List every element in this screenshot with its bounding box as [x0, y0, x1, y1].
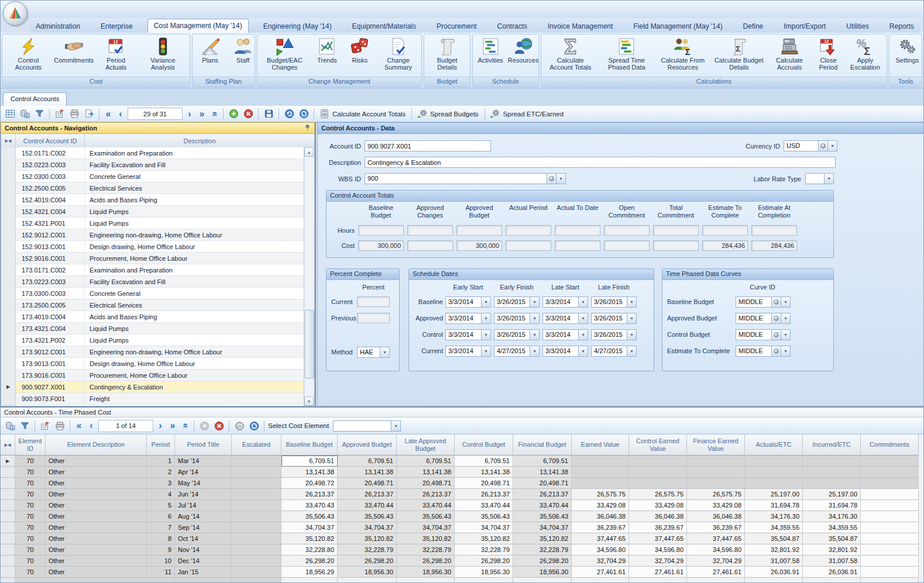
cell-control-earned-value[interactable]: 36,046.38 — [629, 511, 687, 522]
wbs-lookup-icon[interactable] — [547, 173, 557, 184]
cell-approved-budget[interactable]: 18,956.30 — [338, 567, 397, 578]
cell-approved-budget[interactable]: 33,470.44 — [338, 500, 397, 511]
cell-financial-budget[interactable]: 35,120.82 — [513, 533, 572, 544]
date-value[interactable]: 3/3/2014 — [542, 346, 579, 357]
cell-baseline-budget[interactable]: 32,228.80 — [281, 544, 338, 556]
curve-lookup-icon[interactable] — [772, 296, 781, 308]
date-value[interactable]: 3/3/2014 — [445, 313, 482, 324]
ribbon-item-activities[interactable]: Activities — [476, 36, 505, 64]
date-dropdown-icon[interactable]: ▾ — [530, 329, 540, 340]
date-value[interactable]: 3/3/2014 — [445, 296, 482, 308]
totals-hours-actual-period[interactable] — [506, 225, 551, 236]
ribbon-item-plans[interactable]: Plans — [195, 36, 225, 64]
cell-approved-budget[interactable]: 32,228.79 — [338, 544, 397, 556]
schedule-approved-late-finish[interactable]: 3/26/2015▾ — [591, 313, 637, 324]
cell-actuals-etc[interactable]: 34,176.30 — [745, 511, 803, 522]
cell-period[interactable]: 8 — [147, 533, 175, 544]
cell-incurred-etc[interactable]: 32,801.92 — [803, 544, 861, 556]
cell-incurred-etc[interactable]: 25,197.00 — [803, 489, 861, 500]
cell-control-earned-value[interactable] — [629, 456, 687, 467]
timephased-row-11[interactable]: 70Other11Jan '1518,956.2918,956.3018,956… — [1, 567, 924, 578]
curve-value[interactable]: MIDDLE — [736, 346, 772, 357]
ribbon-item-change-summary[interactable]: Change Summary — [378, 36, 418, 72]
totals-cost-approved-budget[interactable]: 300,000 — [456, 240, 502, 251]
cell-actuals-etc[interactable]: 31,694.78 — [745, 500, 803, 511]
cell-period-title[interactable]: Jul '14 — [175, 500, 232, 511]
cell-commitments[interactable] — [861, 533, 919, 544]
add-record-button[interactable] — [227, 108, 240, 120]
cell-approved-budget[interactable]: 20,498.71 — [338, 478, 397, 489]
menu-tab-invoice-management[interactable]: Invoice Management — [542, 20, 619, 33]
curve-dropdown-icon[interactable]: ▾ — [781, 346, 791, 357]
curve-value[interactable]: MIDDLE — [736, 329, 772, 340]
nav-row-173.9012.C001[interactable]: 173.9012.C001Engineering non-drawing, Ho… — [1, 346, 314, 358]
column-header-earned-value[interactable]: Earned Value — [572, 434, 629, 456]
cell-element-description[interactable]: Other — [46, 489, 147, 500]
cell-earned-value[interactable]: 26,575.75 — [572, 489, 629, 500]
column-header-financial-budget[interactable]: Financial Budget — [513, 434, 572, 456]
menu-tab-equipment-materials[interactable]: Equipment/Materials — [346, 20, 422, 33]
cell-control-earned-value[interactable]: 27,461.61 — [629, 567, 687, 578]
curve-estimate-to-complete-combo[interactable]: MIDDLE▾ — [736, 346, 791, 357]
date-dropdown-icon[interactable]: ▾ — [627, 313, 637, 324]
grid-view-icon[interactable] — [4, 108, 16, 120]
cell-financial-budget[interactable]: 35,506.43 — [513, 511, 572, 522]
ribbon-item-budget-details[interactable]: Budget Details — [427, 36, 467, 72]
totals-hours-estimate-at-completion[interactable] — [751, 225, 797, 236]
cell-baseline-budget[interactable]: 20,498.72 — [281, 478, 338, 489]
export-icon[interactable] — [83, 108, 95, 120]
labor-rate-type-value[interactable] — [805, 173, 825, 184]
ribbon-item-commitments[interactable]: Commitments — [55, 36, 93, 64]
date-value[interactable]: 3/26/2015 — [494, 313, 530, 324]
cell-financial-budget[interactable]: 34,704.37 — [513, 522, 572, 533]
nav-row-152.9012.C001[interactable]: 152.9012.C001Engineering non-drawing, Ho… — [1, 229, 314, 241]
nav-row-152.2500.C005[interactable]: 152.2500.C005Electrical Services — [1, 182, 314, 194]
date-value[interactable]: 3/3/2014 — [445, 329, 482, 340]
date-value[interactable]: 3/26/2015 — [494, 296, 530, 308]
date-dropdown-icon[interactable]: ▾ — [530, 346, 540, 357]
menu-tab-import-export[interactable]: Import/Export — [778, 20, 832, 33]
ribbon-item-calculate-from-resources[interactable]: ΣCalculate From Resources — [657, 36, 709, 72]
nav-row-152.4321.C004[interactable]: 152.4321.C004Liquid Pumps — [1, 206, 314, 218]
menu-tab-reports[interactable]: Reports — [884, 20, 920, 33]
cell-commitments[interactable] — [861, 478, 919, 489]
nav-row-152.0300.C003[interactable]: 152.0300.C003Concrete General — [1, 171, 314, 182]
column-header-baseline-budget[interactable]: Baseline Budget — [281, 434, 338, 456]
last-record-button[interactable]: » — [197, 108, 207, 120]
ribbon-item-control-accounts[interactable]: Control Accounts — [5, 36, 51, 72]
menu-tab-field-management-may-14[interactable]: Field Management (May '14) — [627, 20, 728, 33]
cell-late-approved-budget[interactable]: 20,498.71 — [397, 478, 455, 489]
cell-financial-budget[interactable]: 20,498.71 — [513, 478, 572, 489]
cell-actuals-etc[interactable] — [745, 478, 803, 489]
cell-escalated[interactable] — [232, 522, 281, 533]
cell-late-approved-budget[interactable]: 33,470.44 — [397, 500, 455, 511]
column-header-description[interactable]: Description — [85, 134, 314, 147]
wbs-id-value[interactable]: 900 — [365, 173, 547, 184]
menu-tab-engineering-may-14[interactable]: Engineering (May '14) — [257, 20, 338, 33]
date-value[interactable]: 3/3/2014 — [542, 329, 579, 340]
date-dropdown-icon[interactable]: ▾ — [530, 296, 540, 308]
cell-element-id[interactable]: 70 — [15, 478, 46, 489]
cell-late-approved-budget[interactable]: 35,120.82 — [397, 533, 455, 544]
curve-approved-budget-combo[interactable]: MIDDLE▾ — [736, 313, 791, 324]
cell-element-description[interactable]: Other — [46, 556, 147, 567]
cell-element-description[interactable]: Other — [46, 533, 147, 544]
cell-control-budget[interactable]: 18,956.30 — [455, 567, 513, 578]
print-icon[interactable] — [53, 419, 66, 432]
cell-control-budget[interactable]: 32,228.79 — [455, 544, 513, 556]
column-header-late-approved-budget[interactable]: Late Approved Budget — [397, 434, 455, 456]
cell-actuals-etc[interactable] — [745, 467, 803, 478]
totals-cost-actual-period[interactable] — [506, 240, 551, 251]
nav-row-152.9016.C001[interactable]: 152.9016.C001Procurement, Home Office La… — [1, 253, 314, 264]
cell-control-earned-value[interactable]: 26,575.75 — [629, 489, 687, 500]
cell-element-description[interactable]: Other — [46, 456, 147, 467]
cell-element-description[interactable]: Other — [46, 511, 147, 522]
curve-dropdown-icon[interactable]: ▾ — [781, 296, 791, 308]
add-record-button[interactable] — [198, 419, 211, 432]
ribbon-item-settings[interactable]: Settings — [892, 36, 922, 64]
date-dropdown-icon[interactable]: ▾ — [579, 329, 588, 340]
nav-row-173.9016.C001[interactable]: 173.9016.C001Procurement, Home Office La… — [1, 370, 314, 381]
ribbon-item-apply-escalation[interactable]: %ΣApply Escalation — [847, 36, 884, 72]
cell-incurred-etc[interactable]: 34,359.55 — [803, 522, 861, 533]
schedule-baseline-late-finish[interactable]: 3/26/2015▾ — [591, 296, 637, 308]
